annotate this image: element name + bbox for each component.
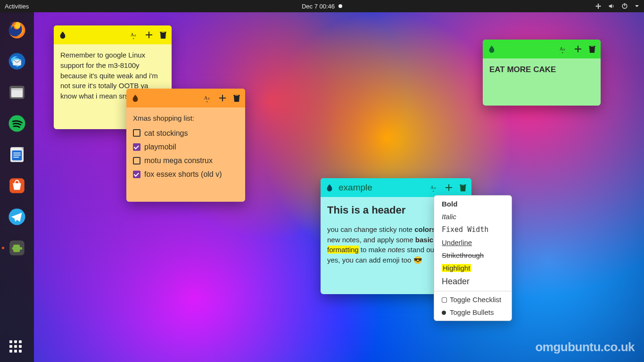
checkbox-icon	[442, 297, 447, 303]
color-drop-icon[interactable]	[325, 183, 334, 192]
dock-extensions[interactable]	[6, 237, 28, 259]
svg-text:a: a	[208, 97, 210, 100]
menu-underline[interactable]: Underline	[434, 236, 512, 249]
power-icon	[621, 3, 628, 9]
checklist-label: fox essex shorts (old v)	[144, 169, 222, 180]
checklist-item[interactable]: fox essex shorts (old v)	[133, 167, 239, 181]
note-body[interactable]: EAT MORE CAKE	[483, 58, 601, 84]
add-note-button[interactable]	[219, 94, 226, 102]
dock-telegram[interactable]	[6, 206, 28, 228]
font-format-button[interactable]: Aa	[130, 31, 139, 39]
format-menu[interactable]: Bold Italic Fixed Width Underline Strike…	[434, 195, 512, 321]
svg-text:A: A	[131, 32, 134, 37]
note-header[interactable]: example Aa	[321, 178, 471, 197]
network-icon	[595, 3, 602, 9]
svg-text:A: A	[430, 185, 434, 190]
svg-text:a: a	[434, 186, 436, 190]
dock-spotify[interactable]	[6, 112, 28, 135]
bullet-icon	[442, 311, 446, 315]
checklist-item[interactable]: playmobil	[133, 140, 239, 154]
dock	[0, 12, 34, 362]
delete-note-button[interactable]	[159, 31, 167, 39]
dnd-indicator-icon	[339, 4, 342, 8]
note-header[interactable]: Aa	[54, 25, 172, 44]
font-format-button[interactable]: Aa	[204, 94, 212, 102]
sticky-note-orange[interactable]: Aa Xmas shopping list: cat stockings pla…	[126, 89, 245, 202]
dock-libreoffice-writer[interactable]	[6, 143, 28, 166]
menu-toggle-bullets[interactable]: Toggle Bullets	[434, 306, 512, 319]
checklist-title: Xmas shopping list:	[133, 113, 239, 123]
volume-icon	[608, 3, 615, 9]
add-note-button[interactable]	[445, 184, 453, 191]
menu-strike[interactable]: Strikethrough	[434, 249, 512, 262]
show-applications-button[interactable]	[9, 340, 25, 355]
system-tray[interactable]	[595, 3, 639, 9]
clock-area[interactable]: Dec 7 00:46	[302, 3, 342, 10]
checkbox[interactable]	[133, 157, 140, 165]
checklist-label: motu mega construx	[144, 155, 213, 166]
menu-fixed[interactable]: Fixed Width	[434, 223, 512, 236]
menu-header[interactable]: Header	[434, 274, 512, 289]
menu-highlight[interactable]: Highlight	[434, 262, 512, 274]
svg-rect-1	[624, 3, 625, 6]
note-header[interactable]: Aa	[483, 40, 601, 58]
svg-rect-7	[11, 88, 23, 90]
checkbox[interactable]	[133, 129, 140, 137]
menu-separator	[434, 291, 512, 291]
menu-toggle-checklist[interactable]: Toggle Checklist	[434, 293, 512, 306]
dock-ubuntu-software[interactable]	[6, 174, 28, 197]
color-drop-icon[interactable]	[58, 31, 67, 39]
watermark: omgubuntu.co.uk	[535, 340, 635, 354]
checklist-item[interactable]: cat stockings	[133, 126, 239, 140]
checkbox[interactable]	[133, 143, 140, 151]
dock-files[interactable]	[6, 81, 28, 104]
delete-note-button[interactable]	[459, 183, 467, 192]
note-title: example	[339, 182, 372, 193]
sticky-note-green[interactable]: Aa EAT MORE CAKE	[483, 40, 601, 106]
add-note-button[interactable]	[145, 31, 153, 39]
svg-text:a: a	[134, 33, 136, 37]
delete-note-button[interactable]	[588, 45, 596, 53]
font-format-button[interactable]: Aa	[559, 45, 568, 53]
chevron-down-icon	[635, 3, 639, 9]
dock-thunderbird[interactable]	[6, 50, 28, 73]
checklist-label: playmobil	[144, 141, 176, 152]
top-bar: Activities Dec 7 00:46	[0, 0, 644, 12]
font-format-button[interactable]: Aa	[430, 183, 438, 192]
menu-bold[interactable]: Bold	[434, 197, 512, 210]
delete-note-button[interactable]	[233, 94, 240, 102]
running-indicator-icon	[2, 247, 4, 249]
note-header[interactable]: Aa	[126, 89, 245, 107]
note-body[interactable]: Xmas shopping list: cat stockings playmo…	[126, 107, 245, 190]
svg-text:a: a	[563, 48, 565, 51]
clock-label: Dec 7 00:46	[302, 3, 335, 10]
color-drop-icon[interactable]	[487, 45, 496, 53]
color-drop-icon[interactable]	[131, 94, 140, 102]
activities-button[interactable]: Activities	[5, 3, 29, 10]
svg-text:A: A	[204, 95, 208, 100]
svg-text:A: A	[560, 46, 563, 51]
menu-italic[interactable]: Italic	[434, 210, 512, 223]
checklist-item[interactable]: motu mega construx	[133, 154, 239, 167]
checkbox[interactable]	[133, 171, 140, 178]
add-note-button[interactable]	[574, 45, 582, 53]
checklist-label: cat stockings	[144, 128, 188, 139]
dock-firefox[interactable]	[6, 19, 28, 41]
